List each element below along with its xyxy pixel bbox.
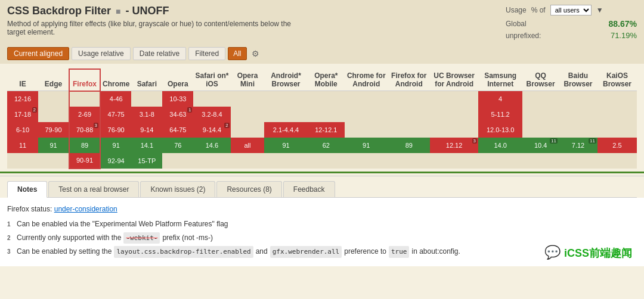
table-cell [345,91,388,107]
table-cell [522,91,559,107]
browser-header-baidu: Baidu Browser [559,69,597,91]
usage-of-label: % of [531,6,546,14]
tab-feedback[interactable]: Feedback [283,181,335,197]
table-cell [38,153,69,169]
table-cell [308,107,345,122]
gear-icon[interactable]: ⚙ [249,48,262,60]
filtered-btn[interactable]: Filtered [188,47,225,60]
table-cell: 76-90 [100,122,131,138]
table-cell [345,153,388,169]
firefox-status-prefix: Firefox status: [7,205,54,213]
note3-code3: true [389,246,410,258]
table-cell: 2-69 [69,107,100,122]
logo-text: iCSS前端趣闻 [564,247,632,259]
table-cell: 79-90 [38,122,69,138]
table-cell: 10-33 [162,91,193,107]
table-cell: 3.1-8 [131,107,162,122]
table-cell: 4-46 [100,91,131,107]
table-cell [231,107,265,122]
unprefixed-value: 71.19% [611,31,637,40]
note3-sup: 3 [7,247,14,257]
table-cell [559,122,597,138]
current-aligned-btn[interactable]: Current aligned [7,47,69,60]
table-cell: 4 [478,91,522,107]
table-cell [231,91,265,107]
tab-notes[interactable]: Notes [7,181,47,198]
table-cell [388,107,430,122]
tab-test[interactable]: Test on a real browser [48,181,139,197]
table-cell: 34-631 [162,107,193,122]
table-cell: 64-75 [162,122,193,138]
unoff-label: - UNOFF [126,5,169,17]
table-cell [162,153,193,169]
table-cell: 89 [69,138,100,153]
table-cell: 12.0-13.0 [478,122,522,138]
browser-header-edge: Edge [38,69,69,91]
table-cell: 62 [308,138,345,153]
table-cell [478,153,522,169]
tab-resources[interactable]: Resources (8) [216,181,281,197]
tab-issues[interactable]: Known issues (2) [140,181,215,197]
table-cell [522,107,559,122]
firefox-status-link[interactable]: under-consideration [54,205,117,213]
users-select[interactable]: all users [550,5,592,15]
table-cell [388,153,430,169]
browser-header-ie: IE [7,69,38,91]
table-cell [264,153,307,169]
table-cell [131,91,162,107]
table-cell [388,122,430,138]
table-cell: 3.2-8.4 [193,107,230,122]
table-cell [231,153,265,169]
note2-sup: 2 [7,233,14,243]
table-cell: 12.123 [430,138,478,153]
table-cell [430,91,478,107]
table-cell [522,153,559,169]
usage-relative-btn[interactable]: Usage relative [72,47,131,60]
table-cell [264,107,307,122]
browser-header-kaios: KaiOS Browser [597,69,637,91]
table-cell: 91 [345,138,388,153]
browser-header-safari-ios: Safari on* iOS [193,69,230,91]
logo-icon: 💬 [544,245,561,260]
table-cell [264,91,307,107]
table-cell: 89 [388,138,430,153]
browser-header-android: Android* Browser [264,69,307,91]
table-cell [38,91,69,107]
table-cell [193,153,230,169]
table-cell: all [231,138,265,153]
table-cell [430,153,478,169]
table-cell: 76 [162,138,193,153]
browser-header-chrome: Chrome [100,69,131,91]
table-cell: 10.411 [522,138,559,153]
table-cell [559,107,597,122]
table-cell [597,122,637,138]
global-label: Global [506,20,527,28]
table-cell [388,91,430,107]
browser-header-firefox: Firefox [69,69,100,91]
table-cell: 91 [38,138,69,153]
page-description: Method of applying filter effects (like … [7,20,305,36]
table-cell: 6-10 [7,122,38,138]
browser-header-opera-mobile: Opera* Mobile [308,69,345,91]
table-cell [597,153,637,169]
table-cell [7,153,38,169]
table-cell: 17-182 [7,107,38,122]
table-cell: 70-883 [69,122,100,138]
table-cell: 7.1211 [559,138,597,153]
date-relative-btn[interactable]: Date relative [133,47,186,60]
table-cell [38,107,69,122]
note2-prefix: Currently only supported with the [17,232,121,244]
table-cell [597,107,637,122]
table-cell [69,91,100,107]
browser-header-qq: QQ Browser [522,69,559,91]
browser-header-chrome-android: Chrome for Android [345,69,388,91]
table-cell: 2.1-4.4.4 [264,122,307,138]
note1-text: Can be enabled via the "Experimental Web… [17,219,228,230]
table-cell [559,153,597,169]
table-cell: 5-11.2 [478,107,522,122]
chevron-icon: ▼ [596,6,603,14]
all-btn[interactable]: All [228,47,246,60]
page-icon: ■ [116,7,120,16]
table-cell [597,91,637,107]
note3-suffix: preference to [344,246,386,257]
